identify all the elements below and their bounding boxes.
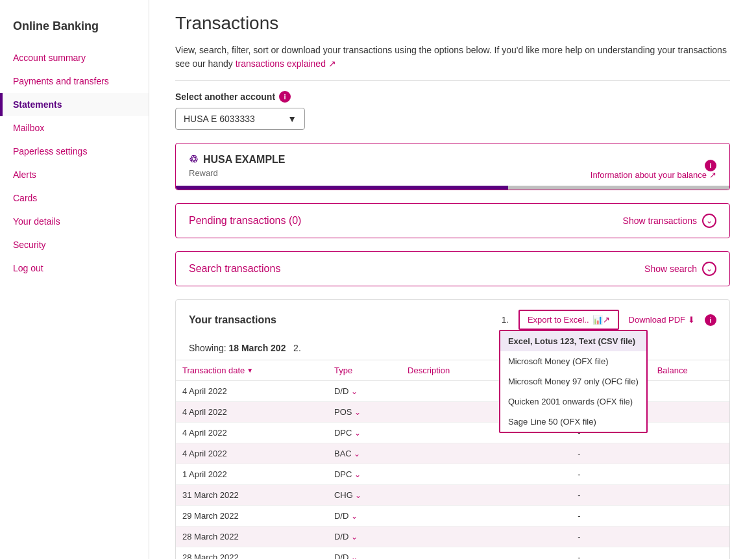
cell-type: BAC ⌄ — [328, 443, 401, 464]
th-description: Description — [401, 360, 501, 381]
cell-type: DPC ⌄ — [328, 464, 401, 485]
sidebar-item-payments-transfers[interactable]: Payments and transfers — [0, 69, 149, 93]
pending-transactions-section[interactable]: Pending transactions (0) Show transactio… — [175, 203, 730, 238]
search-transactions-section[interactable]: Search transactions Show search ⌄ — [175, 251, 730, 286]
step2-label: 2. — [288, 343, 300, 353]
account-card-name: ♲ HUSA EXAMPLE — [189, 153, 286, 166]
cell-date: 1 April 2022 — [176, 464, 328, 485]
cell-paid-out: - — [571, 506, 651, 527]
expand-chevron-icon[interactable]: ⌄ — [354, 408, 361, 417]
sidebar: Online Banking Account summary Payments … — [0, 0, 149, 559]
expand-chevron-icon[interactable]: ⌄ — [351, 512, 358, 521]
expand-chevron-icon[interactable]: ⌄ — [355, 491, 361, 500]
transactions-info-icon[interactable]: i — [705, 314, 716, 326]
cell-description — [401, 527, 501, 547]
transactions-title: Your transactions — [189, 314, 276, 326]
transactions-explained-link[interactable]: transactions explained ↗ — [236, 58, 336, 69]
account-selector-label: Select another account i — [175, 91, 730, 103]
cell-date: 28 March 2022 — [176, 547, 328, 560]
account-card-bar — [176, 186, 729, 190]
download-icon: ⬇ — [688, 315, 695, 325]
sidebar-item-paperless-settings[interactable]: Paperless settings — [0, 140, 149, 163]
search-chevron-icon: ⌄ — [702, 262, 716, 276]
cell-description — [401, 547, 501, 560]
cell-paid-out: - — [571, 464, 651, 485]
transactions-actions: 1. Export to Excel.. 📊↗ Excel, Lotus 123… — [502, 310, 716, 330]
cell-type: D/D ⌄ — [328, 547, 401, 560]
export-option-ofx-money[interactable]: Microsoft Money (OFX file) — [500, 351, 646, 371]
table-row: 4 April 2022 BAC ⌄ - — [176, 443, 729, 464]
expand-chevron-icon[interactable]: ⌄ — [351, 387, 358, 396]
cell-type: D/D ⌄ — [328, 527, 401, 547]
cell-paid-out: - — [571, 527, 651, 547]
transactions-header: Your transactions 1. Export to Excel.. 📊… — [176, 300, 729, 340]
cell-type: POS ⌄ — [328, 402, 401, 423]
account-selector-info-icon[interactable]: i — [279, 91, 291, 103]
pending-transactions-title: Pending transactions (0) — [189, 215, 301, 227]
download-pdf-button[interactable]: Download PDF ⬇ — [629, 315, 695, 325]
search-transactions-title: Search transactions — [189, 263, 280, 275]
export-option-quicken[interactable]: Quicken 2001 onwards (OFX file) — [500, 391, 646, 412]
export-dropdown: Export to Excel.. 📊↗ Excel, Lotus 123, T… — [518, 310, 619, 330]
sidebar-item-your-details[interactable]: Your details — [0, 210, 149, 233]
sort-icon: ▼ — [247, 367, 253, 374]
cell-balance — [651, 464, 729, 485]
cell-date: 29 March 2022 — [176, 506, 328, 527]
th-balance: Balance — [651, 360, 729, 381]
expand-chevron-icon[interactable]: ⌄ — [351, 532, 358, 541]
sidebar-item-log-out[interactable]: Log out — [0, 256, 149, 280]
cell-type: D/D ⌄ — [328, 381, 401, 402]
sidebar-item-account-summary[interactable]: Account summary — [0, 46, 149, 69]
sidebar-item-statements[interactable]: Statements — [0, 93, 149, 116]
cell-type: CHG ⌄ — [328, 485, 401, 506]
export-option-csv[interactable]: Excel, Lotus 123, Text (CSV file) — [500, 331, 646, 351]
account-dropdown[interactable]: HUSA E 6033333 ▼ — [175, 108, 305, 130]
cell-description — [401, 443, 501, 464]
page-title: Transactions — [175, 13, 730, 34]
cell-paid-in — [501, 485, 571, 506]
cell-type: DPC ⌄ — [328, 423, 401, 443]
cell-paid-in — [501, 443, 571, 464]
table-row: 31 March 2022 CHG ⌄ - — [176, 485, 729, 506]
cell-date: 31 March 2022 — [176, 485, 328, 506]
cell-description — [401, 506, 501, 527]
expand-chevron-icon[interactable]: ⌄ — [351, 553, 358, 559]
export-option-sage[interactable]: Sage Line 50 (OFX file) — [500, 412, 646, 432]
cell-balance — [651, 506, 729, 527]
sidebar-title: Online Banking — [0, 13, 149, 46]
intro-text: View, search, filter, sort or download y… — [175, 43, 730, 71]
sidebar-item-cards[interactable]: Cards — [0, 186, 149, 210]
cell-paid-out: - — [571, 547, 651, 560]
cell-paid-in — [501, 527, 571, 547]
cell-balance — [651, 547, 729, 560]
th-transaction-date[interactable]: Transaction date ▼ — [176, 360, 328, 381]
expand-chevron-icon[interactable]: ⌄ — [354, 449, 360, 458]
balance-info-link[interactable]: Information about your balance ↗ — [591, 170, 716, 180]
sidebar-item-alerts[interactable]: Alerts — [0, 163, 149, 186]
sidebar-nav: Account summary Payments and transfers S… — [0, 46, 149, 280]
cell-paid-in — [501, 506, 571, 527]
cell-type: D/D ⌄ — [328, 506, 401, 527]
account-card-type: Reward — [189, 168, 286, 178]
cell-balance — [651, 485, 729, 506]
export-option-ofc-money97[interactable]: Microsoft Money 97 only (OFC file) — [500, 371, 646, 391]
cell-date: 4 April 2022 — [176, 423, 328, 443]
sidebar-item-mailbox[interactable]: Mailbox — [0, 116, 149, 140]
cell-date: 4 April 2022 — [176, 381, 328, 402]
cell-paid-in — [501, 547, 571, 560]
expand-chevron-icon[interactable]: ⌄ — [354, 470, 361, 479]
account-card-info: ♲ HUSA EXAMPLE Reward — [189, 153, 286, 178]
export-to-excel-button[interactable]: Export to Excel.. 📊↗ — [518, 310, 619, 330]
account-card: ♲ HUSA EXAMPLE Reward i Information abou… — [175, 143, 730, 190]
cell-description — [401, 381, 501, 402]
cell-balance — [651, 381, 729, 402]
cell-balance — [651, 443, 729, 464]
th-type: Type — [328, 360, 401, 381]
cell-balance — [651, 423, 729, 443]
expand-chevron-icon[interactable]: ⌄ — [354, 429, 361, 438]
pending-chevron-icon: ⌄ — [702, 214, 716, 228]
cell-balance — [651, 402, 729, 423]
cell-description — [401, 464, 501, 485]
sidebar-item-security[interactable]: Security — [0, 233, 149, 256]
export-icon: 📊↗ — [592, 315, 610, 325]
